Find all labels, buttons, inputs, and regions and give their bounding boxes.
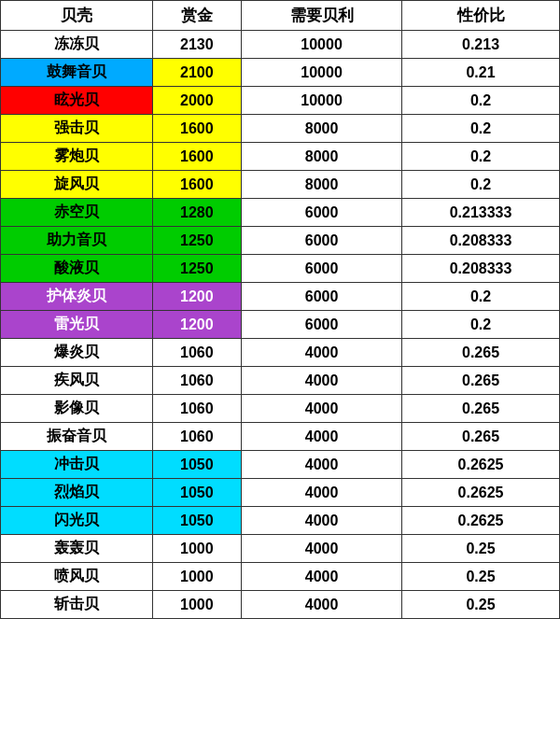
cell-name: 疾风贝 bbox=[1, 367, 153, 395]
cell-ratio: 0.2625 bbox=[402, 451, 560, 479]
header-shell: 贝壳 bbox=[1, 1, 153, 31]
cell-ratio: 0.2 bbox=[402, 171, 560, 199]
cell-name: 强击贝 bbox=[1, 115, 153, 143]
cell-cost: 4000 bbox=[242, 563, 402, 591]
cell-ratio: 0.208333 bbox=[402, 227, 560, 255]
table-row: 振奋音贝106040000.265 bbox=[1, 423, 560, 451]
cell-cost: 4000 bbox=[242, 479, 402, 507]
table-row: 斩击贝100040000.25 bbox=[1, 591, 560, 619]
cell-name: 眩光贝 bbox=[1, 87, 153, 115]
cell-bounty: 1050 bbox=[152, 451, 242, 479]
cell-ratio: 0.2 bbox=[402, 87, 560, 115]
cell-bounty: 1250 bbox=[152, 255, 242, 283]
cell-name: 酸液贝 bbox=[1, 255, 153, 283]
cell-name: 斩击贝 bbox=[1, 591, 153, 619]
cell-name: 振奋音贝 bbox=[1, 423, 153, 451]
table-row: 旋风贝160080000.2 bbox=[1, 171, 560, 199]
cell-cost: 10000 bbox=[242, 59, 402, 87]
cell-name: 冲击贝 bbox=[1, 451, 153, 479]
cell-ratio: 0.265 bbox=[402, 423, 560, 451]
cell-ratio: 0.208333 bbox=[402, 255, 560, 283]
header-row: 贝壳 赏金 需要贝利 性价比 bbox=[1, 1, 560, 31]
cell-cost: 4000 bbox=[242, 451, 402, 479]
cell-bounty: 1060 bbox=[152, 339, 242, 367]
cell-ratio: 0.2 bbox=[402, 311, 560, 339]
cell-cost: 4000 bbox=[242, 591, 402, 619]
cell-name: 影像贝 bbox=[1, 395, 153, 423]
cell-cost: 8000 bbox=[242, 171, 402, 199]
cell-bounty: 1600 bbox=[152, 115, 242, 143]
cell-ratio: 0.2625 bbox=[402, 479, 560, 507]
cell-ratio: 0.213333 bbox=[402, 199, 560, 227]
cell-bounty: 1280 bbox=[152, 199, 242, 227]
cell-name: 赤空贝 bbox=[1, 199, 153, 227]
cell-name: 旋风贝 bbox=[1, 171, 153, 199]
table-row: 闪光贝105040000.2625 bbox=[1, 507, 560, 535]
cell-bounty: 2000 bbox=[152, 87, 242, 115]
cell-name: 轰轰贝 bbox=[1, 535, 153, 563]
table-row: 冻冻贝2130100000.213 bbox=[1, 31, 560, 59]
table-row: 冲击贝105040000.2625 bbox=[1, 451, 560, 479]
cell-ratio: 0.2625 bbox=[402, 507, 560, 535]
cell-bounty: 1600 bbox=[152, 171, 242, 199]
table-row: 助力音贝125060000.208333 bbox=[1, 227, 560, 255]
cell-name: 护体炎贝 bbox=[1, 283, 153, 311]
cell-ratio: 0.265 bbox=[402, 367, 560, 395]
cell-ratio: 0.265 bbox=[402, 395, 560, 423]
cell-name: 爆炎贝 bbox=[1, 339, 153, 367]
cell-bounty: 1060 bbox=[152, 367, 242, 395]
cell-ratio: 0.25 bbox=[402, 563, 560, 591]
cell-name: 助力音贝 bbox=[1, 227, 153, 255]
cell-cost: 8000 bbox=[242, 143, 402, 171]
cell-cost: 6000 bbox=[242, 283, 402, 311]
cell-cost: 4000 bbox=[242, 507, 402, 535]
header-bounty: 赏金 bbox=[152, 1, 242, 31]
cell-ratio: 0.265 bbox=[402, 339, 560, 367]
cell-bounty: 1060 bbox=[152, 423, 242, 451]
table-row: 酸液贝125060000.208333 bbox=[1, 255, 560, 283]
table-row: 烈焰贝105040000.2625 bbox=[1, 479, 560, 507]
cell-cost: 6000 bbox=[242, 227, 402, 255]
cell-cost: 8000 bbox=[242, 115, 402, 143]
cell-cost: 4000 bbox=[242, 535, 402, 563]
table-row: 轰轰贝100040000.25 bbox=[1, 535, 560, 563]
cell-bounty: 1050 bbox=[152, 479, 242, 507]
cell-ratio: 0.2 bbox=[402, 143, 560, 171]
table-row: 喷风贝100040000.25 bbox=[1, 563, 560, 591]
cell-bounty: 1200 bbox=[152, 283, 242, 311]
cell-ratio: 0.25 bbox=[402, 535, 560, 563]
cell-bounty: 2100 bbox=[152, 59, 242, 87]
table-row: 雷光贝120060000.2 bbox=[1, 311, 560, 339]
cell-cost: 4000 bbox=[242, 395, 402, 423]
header-cost: 需要贝利 bbox=[242, 1, 402, 31]
table-row: 赤空贝128060000.213333 bbox=[1, 199, 560, 227]
cell-bounty: 1000 bbox=[152, 591, 242, 619]
cell-name: 烈焰贝 bbox=[1, 479, 153, 507]
cell-name: 雾炮贝 bbox=[1, 143, 153, 171]
table-row: 鼓舞音贝2100100000.21 bbox=[1, 59, 560, 87]
table-row: 爆炎贝106040000.265 bbox=[1, 339, 560, 367]
table-row: 影像贝106040000.265 bbox=[1, 395, 560, 423]
cell-bounty: 1050 bbox=[152, 507, 242, 535]
cell-name: 雷光贝 bbox=[1, 311, 153, 339]
cell-cost: 6000 bbox=[242, 255, 402, 283]
cell-bounty: 2130 bbox=[152, 31, 242, 59]
cell-bounty: 1000 bbox=[152, 535, 242, 563]
cell-name: 冻冻贝 bbox=[1, 31, 153, 59]
cell-ratio: 0.213 bbox=[402, 31, 560, 59]
cell-cost: 4000 bbox=[242, 339, 402, 367]
header-ratio: 性价比 bbox=[402, 1, 560, 31]
cell-cost: 10000 bbox=[242, 87, 402, 115]
cell-cost: 6000 bbox=[242, 311, 402, 339]
table-row: 强击贝160080000.2 bbox=[1, 115, 560, 143]
cell-ratio: 0.2 bbox=[402, 115, 560, 143]
cell-cost: 4000 bbox=[242, 423, 402, 451]
table-row: 护体炎贝120060000.2 bbox=[1, 283, 560, 311]
cell-bounty: 1200 bbox=[152, 311, 242, 339]
cell-cost: 10000 bbox=[242, 31, 402, 59]
table-row: 眩光贝2000100000.2 bbox=[1, 87, 560, 115]
cell-name: 喷风贝 bbox=[1, 563, 153, 591]
cell-cost: 6000 bbox=[242, 199, 402, 227]
table-row: 疾风贝106040000.265 bbox=[1, 367, 560, 395]
cell-ratio: 0.25 bbox=[402, 591, 560, 619]
